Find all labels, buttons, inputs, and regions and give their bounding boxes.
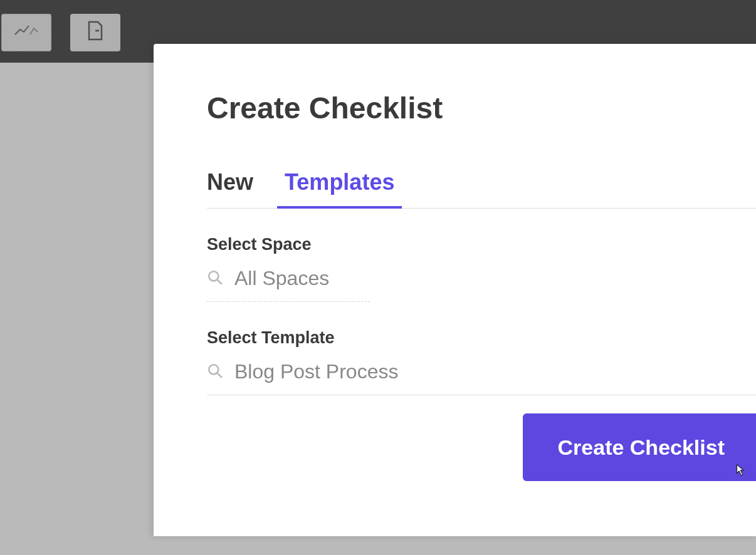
create-checklist-button[interactable]: Create Checklist [523, 413, 756, 481]
svg-line-3 [217, 373, 222, 378]
svg-point-0 [209, 271, 218, 281]
space-search-input[interactable] [234, 267, 370, 290]
svg-line-1 [217, 279, 222, 284]
svg-point-2 [209, 365, 218, 374]
tab-templates[interactable]: Templates [285, 169, 394, 208]
search-icon [207, 269, 223, 288]
create-checklist-modal: Create Checklist New Templates Select Sp… [154, 44, 756, 536]
select-space-label: Select Space [207, 235, 756, 254]
template-selector[interactable] [207, 360, 756, 395]
modal-tabs: New Templates [207, 169, 756, 209]
template-search-input[interactable] [234, 360, 731, 383]
search-icon [207, 363, 223, 381]
modal-title: Create Checklist [207, 91, 756, 125]
tab-new[interactable]: New [207, 169, 253, 208]
select-template-label: Select Template [207, 328, 756, 348]
space-selector[interactable] [207, 267, 370, 302]
